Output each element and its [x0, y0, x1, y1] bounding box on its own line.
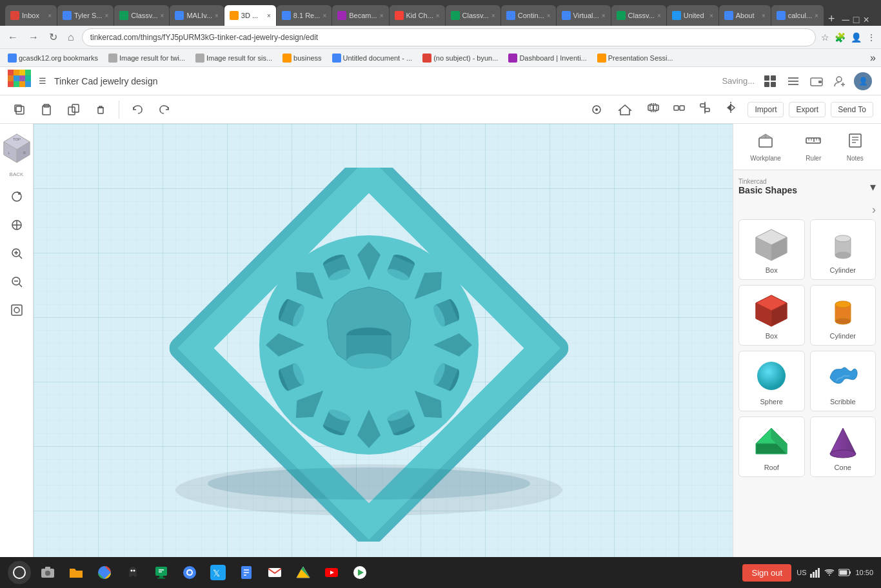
profile-avatar[interactable]: 👤 [853, 71, 873, 92]
shape-box-red[interactable]: Box [738, 285, 805, 346]
zoom-in-button[interactable] [5, 242, 28, 265]
pan-view-button[interactable] [5, 213, 28, 237]
hamburger-icon[interactable]: ☰ [39, 76, 46, 86]
tab-close-icon[interactable]: × [215, 12, 219, 19]
tab-becam[interactable]: Becam... × [332, 5, 388, 26]
panel-collapse-icon[interactable]: › [872, 203, 876, 216]
export-button[interactable]: Export [789, 102, 826, 117]
bookmarks-more-icon[interactable]: » [870, 52, 876, 64]
tab-maliv[interactable]: MALIv... × [170, 5, 223, 26]
canvas-area[interactable]: Edit Grid Snap Grid 1/8 in ▼ [34, 124, 733, 588]
tab-8.1[interactable]: 8.1 Re... × [277, 5, 332, 26]
camera-app[interactable] [36, 561, 59, 584]
minimize-button[interactable]: ─ [842, 14, 849, 26]
bookmark-image2[interactable]: Image result for sis... [193, 52, 275, 64]
shape-scribble[interactable]: Scribble [810, 351, 876, 411]
extension-icon[interactable]: 🧩 [835, 32, 846, 43]
notes-tool[interactable]: Notes [841, 129, 869, 164]
tab-close-icon[interactable]: × [602, 12, 606, 19]
list-view-icon[interactable] [783, 71, 804, 92]
tab-united[interactable]: United × [667, 5, 718, 26]
bookmark-star-icon[interactable]: ☆ [821, 32, 829, 43]
bookmark-image1[interactable]: Image result for twi... [106, 52, 188, 64]
address-bar[interactable]: tinkercad.com/things/fYJ5pURM3kG-tinker-… [82, 28, 816, 46]
tab-close-icon[interactable]: × [709, 12, 713, 19]
bookmark-email[interactable]: (no subject) - byun... [420, 52, 500, 64]
ruler-tool[interactable]: Ruler [799, 129, 827, 164]
profile-icon[interactable]: 👤 [851, 32, 862, 43]
tab-close-icon[interactable]: × [322, 12, 326, 19]
ungroup-button[interactable] [668, 98, 691, 121]
linux-app[interactable] [121, 561, 144, 584]
tab-virtual[interactable]: Virtual... × [557, 5, 611, 26]
chrome-browser-app[interactable] [178, 561, 201, 584]
align-button[interactable] [693, 98, 717, 121]
tab-close-icon[interactable]: × [815, 12, 818, 19]
docs-app[interactable] [235, 561, 258, 584]
tab-close-icon[interactable]: × [48, 12, 52, 19]
undo-button[interactable] [126, 98, 149, 121]
flip-button[interactable] [719, 98, 742, 121]
send-to-button[interactable]: Send To [831, 102, 873, 117]
bookmark-untitled[interactable]: Untitled document - ... [330, 52, 415, 64]
photos-app[interactable] [93, 561, 116, 584]
youtube-app[interactable] [320, 561, 343, 584]
copy-button[interactable] [8, 98, 31, 121]
forward-button[interactable]: → [26, 29, 41, 46]
delete-button[interactable] [89, 98, 112, 121]
tab-classv3[interactable]: Classv... × [611, 5, 666, 26]
grid-view-icon[interactable] [760, 71, 780, 92]
shape-box-grey[interactable]: Box [738, 219, 805, 280]
tab-calcul[interactable]: calcul... × [771, 5, 824, 26]
tab-close-icon[interactable]: × [762, 12, 766, 19]
rotate-view-button[interactable] [5, 185, 28, 208]
tab-about[interactable]: About × [719, 5, 771, 26]
home-view-button[interactable] [613, 98, 637, 121]
group-button[interactable] [642, 98, 665, 121]
add-user-icon[interactable] [829, 71, 850, 92]
bookmark-gcasdk[interactable]: gcasdk12.org bookmarks [5, 52, 101, 64]
wallet-icon[interactable] [806, 71, 827, 92]
tab-close-icon[interactable]: × [104, 12, 108, 19]
bookmark-presentation[interactable]: Presentation Sessi... [595, 52, 676, 64]
shape-cylinder-orange[interactable]: Cylinder [810, 285, 876, 346]
play-store-app[interactable] [348, 561, 371, 584]
duplicate-button[interactable] [62, 98, 85, 121]
workplane-tool[interactable]: Workplane [745, 129, 786, 164]
tab-inbox[interactable]: Inbox × [5, 5, 57, 26]
tab-contin[interactable]: Contin... × [501, 5, 556, 26]
drive-app[interactable] [292, 561, 315, 584]
files-app[interactable] [64, 561, 88, 584]
tab-close-icon[interactable]: × [491, 12, 495, 19]
home-button[interactable]: ⌂ [65, 29, 77, 46]
fit-view-button[interactable] [585, 98, 608, 121]
shape-roof[interactable]: Roof [738, 416, 805, 477]
tab-close-icon[interactable]: × [547, 12, 551, 19]
tab-close-icon[interactable]: × [657, 12, 661, 19]
tab-classv1[interactable]: Classv... × [114, 5, 169, 26]
refresh-button[interactable]: ↻ [46, 28, 60, 46]
launcher-button[interactable] [8, 561, 31, 584]
classroom-app[interactable] [150, 561, 173, 584]
tab-classv2[interactable]: Classv... × [446, 5, 500, 26]
tab-close-icon[interactable]: × [380, 12, 384, 19]
zoom-out-button[interactable] [5, 270, 28, 293]
menu-icon[interactable]: ⋮ [867, 32, 876, 43]
shape-sphere-teal[interactable]: Sphere [738, 351, 805, 411]
tab-tyler[interactable]: Tyler S... × [57, 5, 114, 26]
twitter-app[interactable]: 𝕏 [206, 561, 230, 584]
paste-button[interactable] [35, 98, 58, 121]
sign-out-button[interactable]: Sign out [742, 564, 791, 582]
shape-cylinder-grey[interactable]: Cylinder [810, 219, 876, 280]
tab-close-icon[interactable]: × [267, 12, 271, 19]
import-button[interactable]: Import [747, 102, 784, 117]
tab-close-icon[interactable]: × [436, 12, 440, 19]
tab-3d[interactable]: 3D ... × [224, 5, 276, 26]
tab-close-icon[interactable]: × [161, 12, 164, 19]
gmail-app[interactable] [263, 561, 286, 584]
new-tab-button[interactable]: + [824, 12, 839, 26]
maximize-button[interactable]: □ [853, 14, 860, 26]
orthographic-button[interactable] [5, 299, 28, 322]
bookmark-dashboard[interactable]: Dashboard | Inventi... [506, 52, 589, 64]
bookmark-business[interactable]: business [280, 52, 324, 64]
